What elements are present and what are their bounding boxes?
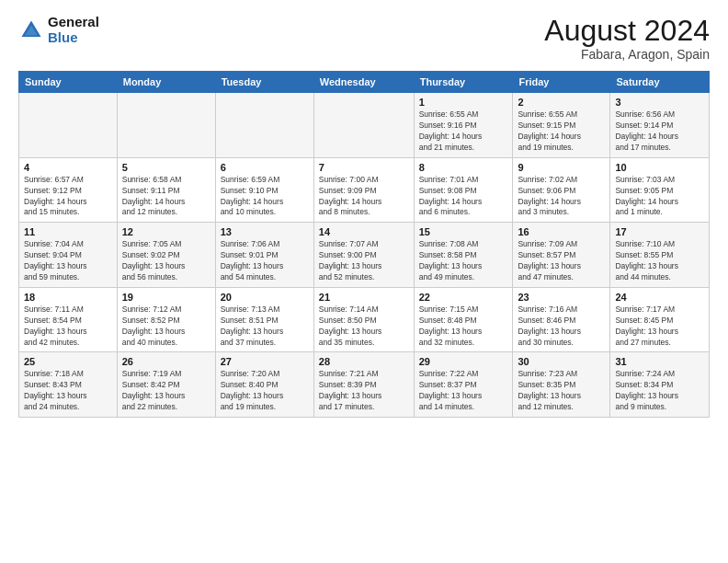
day-number: 1 [419,97,508,108]
calendar-cell: 26Sunrise: 7:19 AM Sunset: 8:42 PM Dayli… [117,352,215,418]
calendar-cell: 21Sunrise: 7:14 AM Sunset: 8:50 PM Dayli… [313,287,414,352]
calendar-cell: 11Sunrise: 7:04 AM Sunset: 9:04 PM Dayli… [19,223,118,288]
day-header-wednesday: Wednesday [313,72,414,93]
day-info: Sunrise: 6:55 AM Sunset: 9:16 PM Dayligh… [419,109,508,154]
header: General Blue August 2024 Fabara, Aragon,… [18,15,710,62]
day-number: 7 [319,162,409,173]
day-info: Sunrise: 7:10 AM Sunset: 8:55 PM Dayligh… [615,239,704,283]
day-number: 29 [419,356,508,367]
day-number: 2 [518,97,605,108]
day-number: 18 [24,292,112,303]
day-info: Sunrise: 7:15 AM Sunset: 8:48 PM Dayligh… [419,304,508,349]
day-number: 15 [419,226,508,237]
calendar-cell: 10Sunrise: 7:03 AM Sunset: 9:05 PM Dayli… [610,157,710,223]
day-number: 20 [221,292,309,303]
day-info: Sunrise: 7:00 AM Sunset: 9:09 PM Dayligh… [319,175,409,219]
day-number: 14 [319,226,409,237]
calendar-cell: 16Sunrise: 7:09 AM Sunset: 8:57 PM Dayli… [513,223,610,288]
day-info: Sunrise: 7:16 AM Sunset: 8:46 PM Dayligh… [518,304,605,349]
calendar-cell: 25Sunrise: 7:18 AM Sunset: 8:43 PM Dayli… [19,352,118,418]
day-number: 31 [615,356,704,367]
day-header-saturday: Saturday [610,72,710,93]
day-header-monday: Monday [117,72,215,93]
calendar-cell [215,93,313,158]
calendar-cell: 23Sunrise: 7:16 AM Sunset: 8:46 PM Dayli… [513,287,610,352]
day-info: Sunrise: 7:12 AM Sunset: 8:52 PM Dayligh… [122,304,210,349]
day-number: 6 [221,162,309,173]
calendar-cell: 5Sunrise: 6:58 AM Sunset: 9:11 PM Daylig… [117,157,215,223]
calendar-cell: 19Sunrise: 7:12 AM Sunset: 8:52 PM Dayli… [117,287,215,352]
day-info: Sunrise: 7:18 AM Sunset: 8:43 PM Dayligh… [24,369,112,413]
day-number: 30 [518,356,605,367]
calendar-table: SundayMondayTuesdayWednesdayThursdayFrid… [18,71,710,418]
calendar-page: General Blue August 2024 Fabara, Aragon,… [0,0,728,563]
logo-text-blue: Blue [48,29,78,45]
calendar-cell: 27Sunrise: 7:20 AM Sunset: 8:40 PM Dayli… [215,352,313,418]
day-header-sunday: Sunday [19,72,118,93]
day-info: Sunrise: 7:01 AM Sunset: 9:08 PM Dayligh… [419,175,508,219]
header-row: SundayMondayTuesdayWednesdayThursdayFrid… [19,72,710,93]
calendar-cell: 30Sunrise: 7:23 AM Sunset: 8:35 PM Dayli… [513,352,610,418]
day-info: Sunrise: 7:03 AM Sunset: 9:05 PM Dayligh… [615,175,704,219]
calendar-cell [19,93,118,158]
day-info: Sunrise: 7:13 AM Sunset: 8:51 PM Dayligh… [221,304,309,349]
day-info: Sunrise: 7:08 AM Sunset: 8:58 PM Dayligh… [419,239,508,283]
logo-text-general: General [48,14,99,29]
day-info: Sunrise: 7:06 AM Sunset: 9:01 PM Dayligh… [221,239,309,283]
day-number: 27 [221,356,309,367]
day-number: 9 [518,162,605,173]
day-number: 10 [615,162,704,173]
day-info: Sunrise: 7:04 AM Sunset: 9:04 PM Dayligh… [24,239,112,283]
day-number: 22 [419,292,508,303]
calendar-cell: 14Sunrise: 7:07 AM Sunset: 9:00 PM Dayli… [313,223,414,288]
day-info: Sunrise: 7:11 AM Sunset: 8:54 PM Dayligh… [24,304,112,349]
day-number: 23 [518,292,605,303]
logo-icon [18,17,44,43]
day-header-friday: Friday [513,72,610,93]
day-number: 16 [518,226,605,237]
calendar-cell: 6Sunrise: 6:59 AM Sunset: 9:10 PM Daylig… [215,157,313,223]
day-number: 25 [24,356,112,367]
calendar-cell: 18Sunrise: 7:11 AM Sunset: 8:54 PM Dayli… [19,287,118,352]
title-block: August 2024 Fabara, Aragon, Spain [544,15,710,62]
subtitle: Fabara, Aragon, Spain [544,47,710,62]
day-info: Sunrise: 7:24 AM Sunset: 8:34 PM Dayligh… [615,369,704,413]
day-number: 26 [122,356,210,367]
calendar-cell: 28Sunrise: 7:21 AM Sunset: 8:39 PM Dayli… [313,352,414,418]
day-number: 11 [24,226,112,237]
calendar-cell: 20Sunrise: 7:13 AM Sunset: 8:51 PM Dayli… [215,287,313,352]
calendar-cell: 24Sunrise: 7:17 AM Sunset: 8:45 PM Dayli… [610,287,710,352]
day-number: 12 [122,226,210,237]
day-number: 3 [615,97,704,108]
calendar-cell: 8Sunrise: 7:01 AM Sunset: 9:08 PM Daylig… [414,157,513,223]
week-row-4: 18Sunrise: 7:11 AM Sunset: 8:54 PM Dayli… [19,287,710,352]
day-info: Sunrise: 6:57 AM Sunset: 9:12 PM Dayligh… [24,175,112,219]
day-number: 8 [419,162,508,173]
main-title: August 2024 [544,15,710,47]
day-number: 24 [615,292,704,303]
day-number: 13 [221,226,309,237]
day-info: Sunrise: 6:59 AM Sunset: 9:10 PM Dayligh… [221,175,309,219]
day-number: 17 [615,226,704,237]
calendar-cell: 9Sunrise: 7:02 AM Sunset: 9:06 PM Daylig… [513,157,610,223]
day-header-tuesday: Tuesday [215,72,313,93]
day-info: Sunrise: 6:56 AM Sunset: 9:14 PM Dayligh… [615,109,704,154]
calendar-cell: 31Sunrise: 7:24 AM Sunset: 8:34 PM Dayli… [610,352,710,418]
day-info: Sunrise: 7:17 AM Sunset: 8:45 PM Dayligh… [615,304,704,349]
day-info: Sunrise: 7:20 AM Sunset: 8:40 PM Dayligh… [221,369,309,413]
calendar-cell [117,93,215,158]
calendar-cell: 29Sunrise: 7:22 AM Sunset: 8:37 PM Dayli… [414,352,513,418]
calendar-cell: 13Sunrise: 7:06 AM Sunset: 9:01 PM Dayli… [215,223,313,288]
week-row-2: 4Sunrise: 6:57 AM Sunset: 9:12 PM Daylig… [19,157,710,223]
day-number: 21 [319,292,409,303]
calendar-cell: 17Sunrise: 7:10 AM Sunset: 8:55 PM Dayli… [610,223,710,288]
day-number: 19 [122,292,210,303]
calendar-cell: 12Sunrise: 7:05 AM Sunset: 9:02 PM Dayli… [117,223,215,288]
calendar-cell: 2Sunrise: 6:55 AM Sunset: 9:15 PM Daylig… [513,93,610,158]
day-info: Sunrise: 7:14 AM Sunset: 8:50 PM Dayligh… [319,304,409,349]
day-info: Sunrise: 7:05 AM Sunset: 9:02 PM Dayligh… [122,239,210,283]
day-info: Sunrise: 6:55 AM Sunset: 9:15 PM Dayligh… [518,109,605,154]
day-header-thursday: Thursday [414,72,513,93]
day-info: Sunrise: 7:19 AM Sunset: 8:42 PM Dayligh… [122,369,210,413]
logo: General Blue [18,15,99,45]
